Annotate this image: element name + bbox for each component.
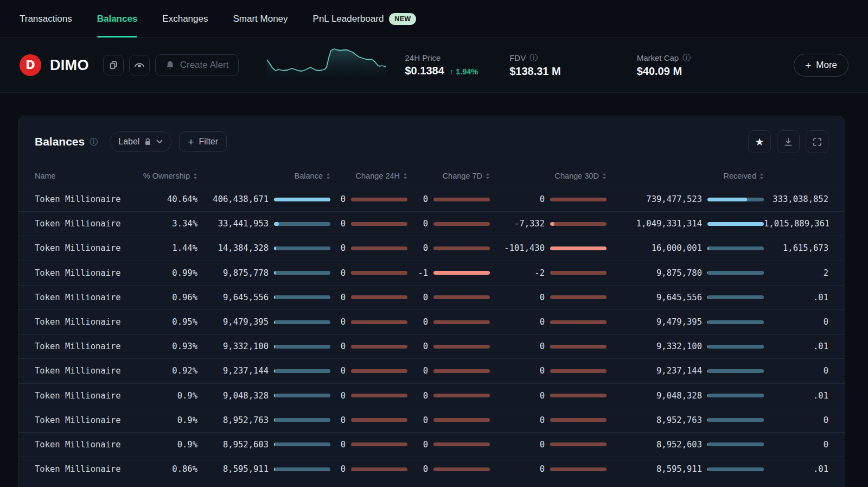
- table-row[interactable]: Token Millionaire0.86%8,595,9110008,595,…: [18, 457, 845, 481]
- table-row[interactable]: Token Millionaire0.99%9,875,7780-1-29,87…: [18, 261, 845, 285]
- cell-ownership: 0.9%: [138, 440, 197, 450]
- table-row[interactable]: Token Millionaire0.96%9,645,5560009,645,…: [18, 285, 845, 309]
- cell-value: 333,038,852: [773, 194, 828, 204]
- table-row[interactable]: Token Millionaire0.9%8,952,6030008,952,6…: [18, 432, 845, 457]
- cell-value: 0: [540, 440, 545, 450]
- favorite-button[interactable]: ★: [748, 130, 771, 153]
- create-alert-label: Create Alert: [180, 60, 229, 71]
- balance-bar: [274, 394, 330, 397]
- cell-value: 0: [540, 366, 545, 376]
- cell-received: 8,952,763: [607, 415, 764, 425]
- info-icon[interactable]: ⓘ: [529, 53, 538, 63]
- table-row[interactable]: Token Millionaire1.44%14,384,32800-101,4…: [18, 236, 845, 260]
- column-header-balance[interactable]: Balance: [197, 172, 330, 180]
- label-filter-dropdown[interactable]: Label: [110, 131, 171, 152]
- fullscreen-button[interactable]: [806, 130, 828, 153]
- tab-smart-money[interactable]: Smart Money: [233, 0, 288, 37]
- tab-exchanges[interactable]: Exchanges: [162, 0, 208, 37]
- change_24h-bar: [351, 369, 407, 373]
- table-row[interactable]: Token Millionaire0.9%8,952,7630008,952,7…: [18, 408, 845, 432]
- cell-change_24h: 0: [330, 243, 407, 253]
- change_30d-bar: [550, 467, 607, 471]
- tab-transactions[interactable]: Transactions: [20, 0, 72, 37]
- cell-value: 9,332,100: [656, 341, 702, 351]
- table-row[interactable]: Token Millionaire0.93%9,332,1000009,332,…: [18, 334, 845, 358]
- change_24h-bar: [351, 198, 407, 201]
- cell-value: 8,952,763: [223, 415, 269, 425]
- cell-ownership: 40.64%: [138, 194, 197, 204]
- cell-value: 9,237,144: [656, 366, 702, 376]
- create-alert-button[interactable]: Create Alert: [155, 54, 239, 76]
- balance-bar: [274, 198, 330, 201]
- sort-icon: [193, 173, 197, 180]
- cell-change_30d: 0: [490, 440, 607, 450]
- table-row[interactable]: Token Millionaire0.9%9,048,3280009,048,3…: [18, 383, 845, 408]
- cell-balance: 9,048,328: [197, 391, 330, 401]
- cell-ownership: 0.9%: [138, 415, 197, 425]
- table-row[interactable]: Token Millionaire3.34%33,441,95300-7,332…: [18, 211, 845, 236]
- cell-received: 739,477,523: [607, 194, 764, 204]
- cell-value: 9,479,395: [656, 317, 702, 327]
- change_7d-bar: [433, 418, 490, 422]
- cell-change_30d: 0: [490, 317, 607, 327]
- table-row[interactable]: Token Millionaire40.64%406,438,671000739…: [18, 187, 845, 211]
- cell-value: 0: [423, 317, 428, 327]
- column-header-received[interactable]: Received: [607, 172, 764, 180]
- column-label: Balance: [295, 172, 323, 180]
- market-cap-label: Market Cap: [637, 53, 679, 62]
- token-symbol: DIMO: [50, 57, 89, 74]
- cell-change_30d: 0: [490, 464, 607, 474]
- price-sparkline: [267, 46, 386, 85]
- eye-icon: [134, 61, 145, 69]
- cell-change_7d: 0: [407, 293, 490, 302]
- column-header-change-7d[interactable]: Change 7D: [407, 172, 490, 180]
- price-change-value: 1.94%: [456, 67, 478, 76]
- cell-value: 0.93%: [172, 341, 197, 351]
- cell-received: 9,875,780: [607, 268, 764, 278]
- change_7d-bar: [433, 442, 490, 446]
- download-button[interactable]: [777, 130, 800, 153]
- column-header-ownership[interactable]: % Ownership: [138, 172, 197, 180]
- cell-sent: .01: [764, 464, 828, 474]
- received-bar: [707, 369, 764, 373]
- tab-balances[interactable]: Balances: [97, 0, 138, 37]
- balance-bar: [274, 271, 330, 275]
- cell-name: Token Millionaire: [35, 440, 138, 450]
- copy-address-button[interactable]: [103, 55, 124, 75]
- cell-value: 9,048,328: [656, 391, 702, 401]
- cell-value: 0: [423, 391, 428, 401]
- fdv-label: FDV: [509, 53, 526, 62]
- change_30d-bar: [550, 246, 607, 250]
- info-icon[interactable]: ⓘ: [682, 53, 691, 63]
- change_7d-bar: [433, 246, 490, 250]
- received-bar: [707, 222, 764, 226]
- cell-balance: 9,237,144: [197, 366, 330, 376]
- cell-value: 9,479,395: [223, 317, 269, 327]
- table-row[interactable]: Token Millionaire0.95%9,479,3950009,479,…: [18, 309, 845, 334]
- cell-ownership: 0.93%: [138, 341, 197, 351]
- cell-value: 0: [423, 440, 428, 450]
- cell-value: 8,595,911: [656, 464, 702, 474]
- column-header-change-30d[interactable]: Change 30D: [490, 172, 607, 180]
- cell-sent: 2: [764, 268, 828, 278]
- cell-ownership: 0.96%: [138, 293, 197, 302]
- cell-value: 1,049,331,314: [636, 219, 702, 229]
- chevron-down-icon: [156, 140, 163, 144]
- cell-value: 9,875,778: [223, 268, 269, 278]
- cell-value: 0: [341, 366, 346, 376]
- cell-sent: .01: [764, 391, 828, 401]
- column-header-change-24h[interactable]: Change 24H: [330, 172, 407, 180]
- more-button[interactable]: + More: [794, 54, 848, 77]
- cell-value: -101,430: [504, 243, 545, 253]
- cell-value: 0: [423, 243, 428, 253]
- cell-value: 3.34%: [172, 219, 197, 229]
- table-row[interactable]: Token Millionaire0.92%9,237,1440009,237,…: [18, 358, 845, 383]
- info-icon[interactable]: ⓘ: [90, 137, 98, 147]
- cell-change_30d: -101,430: [490, 243, 607, 253]
- cell-change_7d: 0: [407, 243, 490, 253]
- tab-pnl-leaderboard[interactable]: PnL Leaderboard NEW: [313, 0, 417, 37]
- add-filter-button[interactable]: + Filter: [179, 131, 227, 152]
- change_24h-bar: [351, 418, 407, 422]
- watchlist-button[interactable]: [129, 55, 150, 75]
- cell-value: 0: [341, 341, 346, 351]
